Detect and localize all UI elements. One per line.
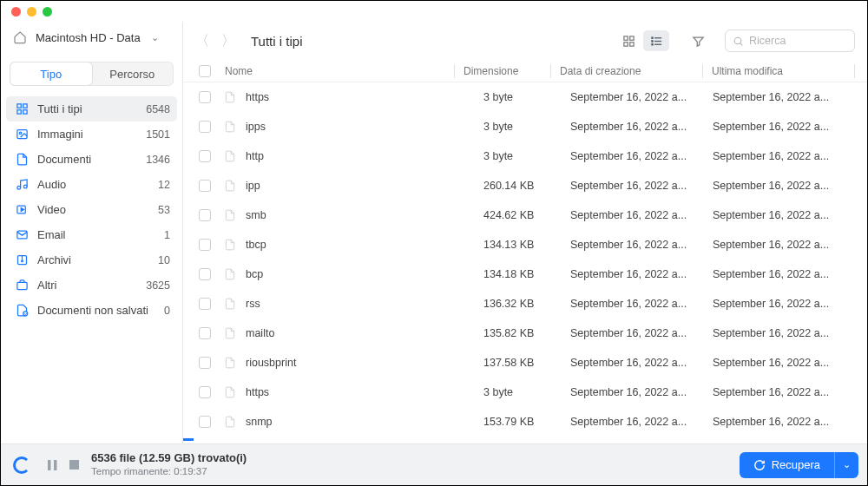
row-checkbox[interactable] [199,239,211,251]
table-row[interactable]: riousbprint137.58 KBSeptember 16, 2022 a… [183,348,867,378]
docs-icon [15,153,29,167]
file-created: September 16, 2022 a... [570,327,713,339]
file-size: 134.13 KB [483,239,570,251]
svg-rect-30 [69,460,79,470]
sidebar-item-email[interactable]: Email1 [6,222,177,247]
table-row[interactable]: bcp134.18 KBSeptember 16, 2022 a...Septe… [183,259,867,289]
table-row[interactable]: http3 byteSeptember 16, 2022 a...Septemb… [183,141,867,171]
close-window-button[interactable] [11,7,21,16]
file-modified: September 16, 2022 a... [713,121,855,133]
table-row[interactable]: mailto135.82 KBSeptember 16, 2022 a...Se… [183,319,867,348]
row-checkbox[interactable] [199,91,211,103]
pause-scan-button[interactable] [48,460,57,470]
chevron-down-icon: ⌄ [151,32,159,43]
nav-back-button[interactable]: 〈 [195,32,209,50]
row-checkbox[interactable] [199,416,211,428]
nav-forward-button[interactable]: 〉 [221,32,235,50]
file-created: September 16, 2022 a... [570,180,713,192]
row-checkbox[interactable] [199,298,211,310]
sidebar-item-images[interactable]: Immagini1501 [6,122,177,147]
select-all-checkbox[interactable] [199,65,211,77]
status-time-remaining: Tempo rimanente: 0:19:37 [91,465,247,477]
file-modified: September 16, 2022 a... [713,386,855,398]
row-checkbox[interactable] [199,180,211,192]
table-row[interactable]: snmp153.79 KBSeptember 16, 2022 a...Sept… [183,407,867,437]
file-icon [223,207,237,224]
search-input[interactable] [749,35,847,47]
col-created-header[interactable]: Data di creazione [560,65,702,77]
sidebar-item-count: 6548 [146,103,170,115]
stop-scan-button[interactable] [69,460,79,470]
segment-path-button[interactable]: Percorso [92,62,174,85]
svg-rect-3 [23,110,26,114]
col-modified-header[interactable]: Ultima modifica [712,65,854,77]
table-row[interactable]: tbcp134.13 KBSeptember 16, 2022 a...Sept… [183,230,867,259]
svg-rect-16 [623,36,627,39]
sidebar-item-all[interactable]: Tutti i tipi6548 [6,96,177,122]
sidebar-item-audio[interactable]: Audio12 [6,172,177,197]
row-checkbox[interactable] [199,268,211,280]
table-row[interactable]: rss136.32 KBSeptember 16, 2022 a...Septe… [183,289,867,319]
search-field[interactable] [725,30,855,52]
file-created: September 16, 2022 a... [570,239,713,251]
file-name: https [246,91,483,103]
sidebar-item-count: 1501 [146,128,170,141]
file-created: September 16, 2022 a... [570,357,713,369]
file-size: 424.62 KB [483,209,570,221]
row-checkbox[interactable] [199,209,211,221]
file-modified: September 16, 2022 a... [713,239,855,251]
minimize-window-button[interactable] [27,7,36,16]
file-name: tbcp [246,239,483,251]
row-checkbox[interactable] [199,121,211,133]
col-size-header[interactable]: Dimensione [464,65,550,77]
file-created: September 16, 2022 a... [570,91,713,103]
maximize-window-button[interactable] [43,7,52,16]
table-row[interactable]: ipp260.14 KBSeptember 16, 2022 a...Septe… [183,171,867,200]
file-name: ipp [246,180,483,192]
volume-selector[interactable]: Macintosh HD - Data ⌄ [1,25,182,49]
refresh-icon [753,459,766,471]
file-size: 153.79 KB [483,416,570,428]
file-size: 3 byte [483,386,570,398]
sidebar-item-archives[interactable]: Archivi10 [6,247,177,273]
table-row[interactable]: https3 byteSeptember 16, 2022 a...Septem… [183,82,867,112]
row-checkbox[interactable] [199,386,211,398]
table-row[interactable]: smb424.62 KBSeptember 16, 2022 a...Septe… [183,200,867,230]
video-icon [15,203,29,217]
svg-rect-18 [623,42,627,45]
file-list[interactable]: https3 byteSeptember 16, 2022 a...Septem… [183,82,867,441]
file-modified: September 16, 2022 a... [713,298,855,310]
grid-view-button[interactable] [615,30,641,51]
file-icon [223,384,237,401]
file-created: September 16, 2022 a... [570,209,713,221]
file-icon [223,177,237,194]
svg-rect-1 [23,104,26,108]
col-name-header[interactable]: Nome [218,65,454,77]
recover-dropdown-button[interactable]: ⌄ [834,452,858,478]
recover-button[interactable]: Recupera [740,452,834,478]
file-name: bcp [246,268,483,280]
file-modified: September 16, 2022 a... [713,357,855,369]
row-checkbox[interactable] [199,150,211,162]
file-name: rss [246,298,483,310]
sidebar-item-count: 10 [158,254,170,266]
filter-button[interactable] [685,30,711,51]
row-checkbox[interactable] [199,327,211,339]
svg-point-25 [651,43,653,45]
sidebar-item-video[interactable]: Video53 [6,197,177,222]
file-name: ipps [246,121,483,133]
sidebar-item-other[interactable]: Altri3625 [6,273,177,298]
audio-icon [15,178,29,192]
sidebar-item-docs[interactable]: Documenti1346 [6,147,177,172]
table-row[interactable]: ipps3 byteSeptember 16, 2022 a...Septemb… [183,112,867,141]
file-created: September 16, 2022 a... [570,416,713,428]
file-size: 135.82 KB [483,327,570,339]
list-view-button[interactable] [643,30,669,51]
row-checkbox[interactable] [199,357,211,369]
file-modified: September 16, 2022 a... [713,150,855,162]
email-icon [15,228,29,242]
table-row[interactable]: https3 byteSeptember 16, 2022 a...Septem… [183,378,867,407]
sidebar-item-unsaved[interactable]: Documenti non salvati0 [6,298,177,323]
file-created: September 16, 2022 a... [570,121,713,133]
segment-type-button[interactable]: Tipo [10,62,92,85]
